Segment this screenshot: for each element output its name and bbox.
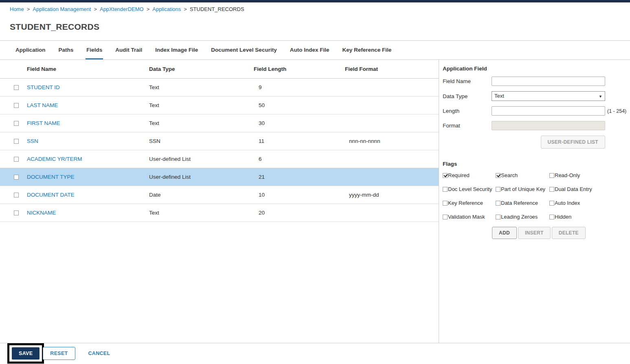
tab-document-level-security[interactable]: Document Level Security — [210, 41, 277, 59]
table-row-last-name[interactable]: LAST NAMEText50 — [0, 96, 439, 114]
flag-checkbox[interactable] — [443, 173, 448, 178]
data-type-select[interactable]: Text ▼ — [492, 91, 605, 101]
table-row-nickname[interactable]: NICKNAMEText20 — [0, 204, 439, 222]
flag-checkbox[interactable] — [549, 201, 554, 206]
table-row-academic-yr-term[interactable]: ACADEMIC YR/TERMUser-defined List6 — [0, 150, 439, 168]
format-row: Format — [443, 121, 630, 130]
flag-label: Search — [501, 172, 518, 178]
tab-index-image-file[interactable]: Index Image File — [154, 41, 199, 59]
row-checkbox[interactable] — [14, 193, 19, 197]
tab-paths[interactable]: Paths — [58, 41, 75, 59]
flag-leading-zeroes[interactable]: Leading Zeroes — [496, 214, 549, 220]
flag-checkbox[interactable] — [443, 187, 448, 192]
breadcrumb-item-home[interactable]: Home — [10, 6, 24, 12]
cell-field-length: 30 — [250, 114, 342, 132]
table-row-document-type[interactable]: DOCUMENT TYPEUser-defined List21 — [0, 168, 439, 186]
row-checkbox[interactable] — [14, 103, 19, 108]
field-name-input[interactable] — [492, 77, 605, 86]
cell-field-name: FIRST NAME — [24, 114, 146, 132]
length-row: Length (1 - 254) — [443, 106, 630, 116]
save-annotation-box: SAVE — [7, 343, 44, 364]
flag-checkbox[interactable] — [443, 215, 448, 219]
flag-key-reference[interactable]: Key Reference — [443, 200, 496, 206]
cell-data-type: User-defined List — [146, 150, 250, 168]
row-checkbox[interactable] — [14, 85, 19, 90]
flag-search[interactable]: Search — [496, 172, 549, 178]
length-input[interactable] — [492, 106, 605, 116]
breadcrumb-item-applications[interactable]: Applications — [152, 6, 181, 12]
row-checkbox[interactable] — [14, 121, 19, 126]
table-row-document-date[interactable]: DOCUMENT DATEDate10yyyy-mm-dd — [0, 186, 439, 204]
breadcrumb: Home>Application Management>AppXtenderDE… — [0, 2, 630, 15]
field-name-link[interactable]: DOCUMENT TYPE — [27, 174, 75, 180]
flag-checkbox[interactable] — [549, 173, 554, 178]
flag-label: Leading Zeroes — [501, 214, 538, 220]
field-name-link[interactable]: STUDENT ID — [27, 84, 60, 90]
cell-field-length: 11 — [250, 132, 342, 150]
flag-label: Read-Only — [555, 172, 580, 178]
field-name-link[interactable]: NICKNAME — [27, 210, 56, 216]
field-name-link[interactable]: LAST NAME — [27, 102, 58, 108]
flag-part-of-unique-key[interactable]: Part of Unique Key — [496, 186, 549, 192]
tab-fields[interactable]: Fields — [86, 41, 103, 59]
insert-button[interactable]: INSERT — [518, 227, 551, 239]
tab-application[interactable]: Application — [15, 41, 46, 59]
cell-field-length: 10 — [250, 186, 342, 204]
field-name-link[interactable]: DOCUMENT DATE — [27, 192, 75, 198]
application-field-panel: Application Field Field Name Data Type T… — [439, 60, 630, 343]
field-name-link[interactable]: ACADEMIC YR/TERM — [27, 156, 82, 162]
flag-checkbox[interactable] — [549, 187, 554, 192]
flag-doc-level-security[interactable]: Doc Level Security — [443, 186, 496, 192]
flag-checkbox[interactable] — [549, 215, 554, 219]
flag-checkbox[interactable] — [496, 201, 500, 206]
main-content: Field NameData TypeField LengthField For… — [0, 60, 630, 343]
length-range-hint: (1 - 254) — [607, 108, 626, 114]
table-row-student-id[interactable]: STUDENT IDText9 — [0, 79, 439, 96]
tab-auto-index-file[interactable]: Auto Index File — [289, 41, 330, 59]
data-type-selected-value: Text — [494, 93, 504, 99]
row-checkbox-cell — [0, 114, 24, 132]
delete-button[interactable]: DELETE — [552, 227, 586, 239]
reset-button[interactable]: RESET — [43, 347, 75, 360]
cell-field-length: 9 — [250, 79, 342, 96]
flag-checkbox[interactable] — [496, 173, 500, 178]
flag-checkbox[interactable] — [496, 187, 500, 192]
flag-checkbox[interactable] — [443, 201, 448, 206]
tab-audit-trail[interactable]: Audit Trail — [114, 41, 143, 59]
cell-data-type: User-defined List — [146, 168, 250, 186]
row-checkbox-cell — [0, 96, 24, 114]
table-row-first-name[interactable]: FIRST NAMEText30 — [0, 114, 439, 132]
cell-field-length: 6 — [250, 150, 342, 168]
breadcrumb-item-application-management[interactable]: Application Management — [33, 6, 91, 12]
row-checkbox[interactable] — [14, 175, 19, 180]
add-button[interactable]: ADD — [492, 227, 517, 239]
cell-field-length: 21 — [250, 168, 342, 186]
flag-auto-index[interactable]: Auto Index — [549, 200, 615, 206]
tab-key-reference-file[interactable]: Key Reference File — [341, 41, 392, 59]
row-checkbox-cell — [0, 150, 24, 168]
cell-data-type: Text — [146, 114, 250, 132]
flag-dual-data-entry[interactable]: Dual Data Entry — [549, 186, 615, 192]
flag-read-only[interactable]: Read-Only — [549, 172, 615, 178]
breadcrumb-item-appxtenderdemo[interactable]: AppXtenderDEMO — [100, 6, 144, 12]
format-input — [492, 121, 605, 130]
breadcrumb-separator: > — [147, 6, 150, 12]
cell-field-length: 50 — [250, 96, 342, 114]
field-name-link[interactable]: FIRST NAME — [27, 120, 60, 126]
row-checkbox[interactable] — [14, 211, 19, 215]
field-name-link[interactable]: SSN — [27, 138, 38, 144]
flag-required[interactable]: Required — [443, 172, 496, 178]
table-row-ssn[interactable]: SSNSSN11nnn-nn-nnnn — [0, 132, 439, 150]
cancel-button[interactable]: CANCEL — [86, 350, 113, 357]
row-checkbox[interactable] — [14, 157, 19, 162]
user-defined-list-button[interactable]: USER-DEFINED LIST — [541, 136, 605, 149]
row-checkbox-cell — [0, 204, 24, 222]
save-button[interactable]: SAVE — [12, 347, 40, 360]
row-checkbox[interactable] — [14, 139, 19, 144]
flag-checkbox[interactable] — [496, 215, 500, 219]
flag-validation-mask[interactable]: Validation Mask — [443, 214, 496, 220]
flag-hidden[interactable]: Hidden — [549, 214, 615, 220]
flag-data-reference[interactable]: Data Reference — [496, 200, 549, 206]
row-checkbox-cell — [0, 186, 24, 204]
flag-label: Required — [448, 172, 470, 178]
